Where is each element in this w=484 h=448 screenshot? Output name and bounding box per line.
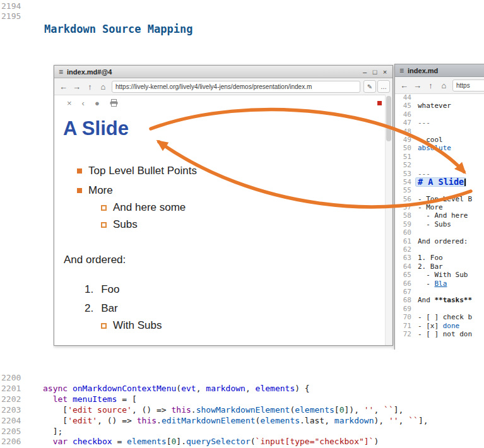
code-line[interactable]: 61And ordered: <box>395 237 484 245</box>
line-number: 66 <box>395 280 416 288</box>
code-line[interactable]: 60 <box>395 228 484 237</box>
code-line[interactable]: 59 - Subs <box>395 220 484 228</box>
sub-bullet-item: And here some <box>101 201 186 214</box>
window-title: index.md <box>408 67 438 74</box>
code-text: - [x] done <box>416 322 459 330</box>
code-line[interactable]: 2201async onMarkdownContextMenu(evt, mar… <box>1 384 428 394</box>
line-number: 2202 <box>1 394 43 405</box>
code-line[interactable]: 56- Top Level B <box>395 195 484 203</box>
ordered-text: Bar <box>101 302 117 315</box>
code-text: # A Slide <box>416 178 466 186</box>
code-line[interactable]: 49- cool <box>395 136 484 144</box>
code-text: - [ ] check b <box>416 313 472 321</box>
line-number: 2200 <box>1 373 43 384</box>
code-text: - cool <box>416 136 443 144</box>
line-number: 44 <box>395 93 416 102</box>
code-line[interactable]: 71- [x] done <box>395 322 484 330</box>
scrollbar-thumb[interactable] <box>386 96 391 141</box>
code-line[interactable]: 44 <box>395 93 484 102</box>
text-cursor <box>464 179 466 186</box>
code-text: ['edit source', () => this.showMarkdownE… <box>43 405 403 416</box>
window-titlebar[interactable]: ≡ index.md#@4 – □ × <box>54 66 393 78</box>
forward-button[interactable]: → <box>411 79 424 92</box>
code-line[interactable]: 72- [ ] not don <box>395 330 484 338</box>
line-number: 61 <box>395 237 416 245</box>
line-number: 64 <box>395 262 416 271</box>
url-input[interactable]: https://lively-kernel.org/lively4/lively… <box>112 81 360 93</box>
code-line[interactable]: 642. Bar <box>395 262 484 271</box>
more-options-button[interactable]: … <box>377 80 390 93</box>
url-input[interactable]: https <box>452 80 484 91</box>
code-line[interactable]: 69 <box>395 305 484 313</box>
editor-bottom-lines[interactable]: 22002201async onMarkdownContextMenu(evt,… <box>1 373 428 447</box>
close-presentation-icon[interactable]: × <box>67 99 72 107</box>
code-line[interactable]: 54# A Slide <box>395 178 484 186</box>
code-line[interactable]: 2195 <box>1 11 21 21</box>
code-line[interactable]: 65 - With Sub <box>395 271 484 279</box>
code-line[interactable]: 47--- <box>395 119 484 127</box>
home-button[interactable]: ⌂ <box>437 79 451 92</box>
bullet-text: Subs <box>113 218 138 231</box>
code-line[interactable]: 57- More <box>395 203 484 211</box>
ordered-item: 2. Bar <box>85 302 118 315</box>
minimize-button[interactable]: – <box>360 68 370 76</box>
markdown-source-editor[interactable]: 4445whatever4647---4849- cool50absolute5… <box>395 93 484 350</box>
sub-bullet-square-icon <box>101 323 107 329</box>
hamburger-menu-icon[interactable]: ≡ <box>59 68 63 76</box>
code-text: - More <box>416 203 443 211</box>
code-line[interactable]: 2203 ['edit source', () => this.showMark… <box>1 405 428 416</box>
code-line[interactable]: 2205 ]; <box>1 427 428 437</box>
back-button[interactable]: ← <box>398 79 411 92</box>
slide-indicator-icon[interactable]: ● <box>95 99 100 107</box>
code-line[interactable]: 58 - And here <box>395 211 484 220</box>
code-line[interactable]: 55 <box>395 186 484 194</box>
line-number: 2195 <box>1 11 21 21</box>
sub-bullet-item: Subs <box>101 218 138 231</box>
code-line[interactable]: 2200 <box>1 373 428 384</box>
code-line[interactable]: 48 <box>395 127 484 136</box>
bullet-item: Top Level Bullet Points <box>77 165 197 177</box>
line-number: 57 <box>395 203 416 211</box>
window-titlebar[interactable]: ≡ index.md <box>395 64 484 77</box>
forward-button[interactable]: → <box>70 80 83 93</box>
code-text: And **tasks** <box>416 296 472 304</box>
home-button[interactable]: ⌂ <box>97 80 110 93</box>
code-line[interactable]: 51 <box>395 153 484 161</box>
code-line[interactable]: 2194 <box>1 1 21 11</box>
line-number: 45 <box>395 102 416 110</box>
code-line[interactable]: 2204 ['edit', () => this.editMarkdownEle… <box>1 416 428 427</box>
ordered-marker: 1. <box>85 283 93 296</box>
maximize-button[interactable]: □ <box>370 68 380 76</box>
hamburger-menu-icon[interactable]: ≡ <box>399 66 404 75</box>
code-text: async onMarkdownContextMenu(evt, markdow… <box>43 384 310 394</box>
close-button[interactable]: × <box>380 68 390 76</box>
bullet-text: With Subs <box>113 319 162 332</box>
line-number: 2203 <box>1 405 43 416</box>
code-line[interactable]: 50absolute <box>395 144 484 152</box>
code-line[interactable]: 67 <box>395 288 484 296</box>
code-text <box>416 153 418 161</box>
bullet-text: Top Level Bullet Points <box>88 165 197 177</box>
bullet-text: More <box>88 184 113 197</box>
slide-preview: A Slide Top Level Bullet Points More And… <box>54 109 385 345</box>
code-line[interactable]: 52 <box>395 161 484 169</box>
code-line[interactable]: 45whatever <box>395 102 484 110</box>
code-line[interactable]: 2206 var checkbox = elements[0].querySel… <box>1 437 428 447</box>
code-line[interactable]: 70- [ ] check b <box>395 313 484 321</box>
code-line[interactable]: 66 - Bla <box>395 280 484 288</box>
up-button[interactable]: ↑ <box>83 80 97 93</box>
line-number: 53 <box>395 170 416 178</box>
print-icon[interactable] <box>110 99 118 107</box>
prev-slide-icon[interactable]: ‹ <box>82 99 85 107</box>
scrollbar[interactable] <box>385 95 393 345</box>
code-line[interactable]: 631. Foo <box>395 254 484 262</box>
line-number: 67 <box>395 288 416 296</box>
back-button[interactable]: ← <box>57 80 70 93</box>
edit-pencil-button[interactable]: ✎ <box>363 80 376 93</box>
line-number: 62 <box>395 245 416 254</box>
code-line[interactable]: 62 <box>395 245 484 254</box>
code-line[interactable]: 68And **tasks** <box>395 296 484 304</box>
code-line[interactable]: 46 <box>395 110 484 119</box>
up-button[interactable]: ↑ <box>424 79 437 92</box>
code-line[interactable]: 2202 let menuItems = [ <box>1 394 428 405</box>
